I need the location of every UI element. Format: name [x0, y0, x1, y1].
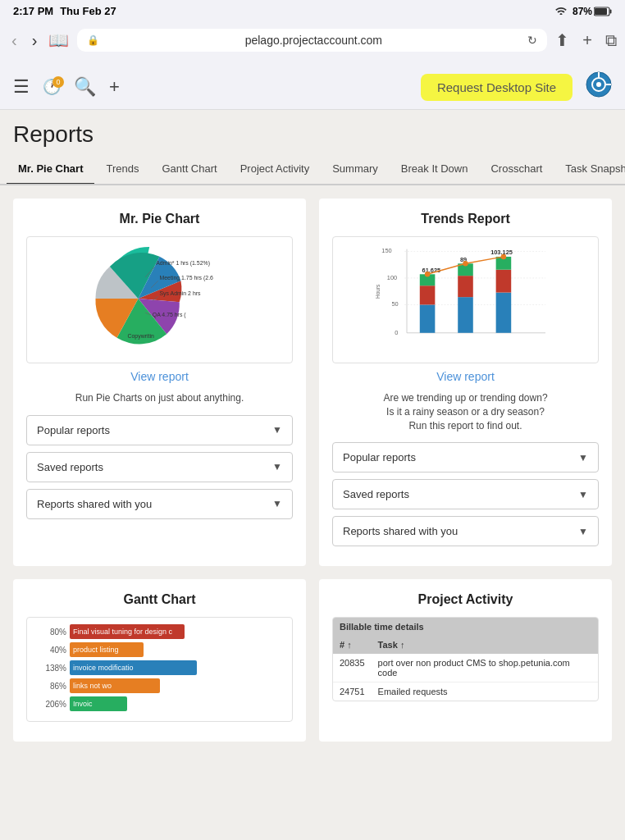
- menu-button[interactable]: ☰: [13, 76, 30, 98]
- pie-popular-reports-dropdown[interactable]: Popular reports ▼: [26, 415, 293, 445]
- svg-point-5: [596, 82, 601, 87]
- table-header: Billable time details: [333, 618, 598, 636]
- gantt-pct-3: 138%: [34, 664, 66, 673]
- svg-text:61.625: 61.625: [422, 267, 441, 274]
- gantt-pct-1: 80%: [34, 628, 66, 637]
- tab-gantt-chart[interactable]: Gantt Chart: [150, 154, 228, 185]
- page-title: Reports: [0, 110, 625, 154]
- gantt-row-1: 80% Final visual tuning for design c: [34, 624, 285, 639]
- row-task-2: Emailed requests: [372, 682, 598, 701]
- svg-text:Hours: Hours: [375, 284, 381, 299]
- tab-navigation: Mr. Pie Chart Trends Gantt Chart Project…: [0, 154, 625, 185]
- battery-icon: 87%: [573, 6, 612, 17]
- dropdown-arrow-icon: ▼: [272, 498, 282, 509]
- svg-rect-32: [458, 276, 473, 297]
- trends-chart-container: 150 100 50 0 Hours 61.625: [332, 236, 599, 363]
- history-button[interactable]: 🕐 0: [43, 78, 61, 96]
- table-row: 20835 port over non product CMS to shop.…: [333, 654, 598, 682]
- gantt-row-4: 86% links not wo: [34, 678, 285, 693]
- activity-table-container: Billable time details # ↑ Task ↑: [332, 617, 599, 701]
- status-icons: 87%: [554, 5, 612, 17]
- share-button[interactable]: ⬆: [555, 30, 569, 50]
- project-activity-card: Project Activity Billable time details #…: [319, 579, 612, 742]
- pie-chart-view-report[interactable]: View report: [26, 370, 293, 383]
- browser-chrome: ‹ › 📖 🔒 pelago.projectaccount.com ↻ ⬆ + …: [0, 22, 625, 65]
- gantt-pct-5: 206%: [34, 700, 66, 709]
- pie-chart-container: Admin* 1 hrs (1.52%) Meeting 1.75 hrs (2…: [26, 236, 293, 363]
- activity-table: Billable time details # ↑ Task ↑: [333, 618, 598, 701]
- trends-saved-reports-dropdown[interactable]: Saved reports ▼: [332, 479, 599, 509]
- tab-trends[interactable]: Trends: [94, 154, 150, 185]
- svg-point-39: [425, 272, 431, 277]
- trends-view-report[interactable]: View report: [332, 370, 599, 383]
- tab-summary[interactable]: Summary: [321, 154, 390, 185]
- tab-crosschart[interactable]: Crosschart: [479, 154, 554, 185]
- svg-rect-36: [496, 270, 512, 293]
- pie-shared-reports-dropdown[interactable]: Reports shared with you ▼: [26, 489, 293, 519]
- tab-project-activity[interactable]: Project Activity: [229, 154, 322, 185]
- status-bar: 2:17 PM Thu Feb 27 87%: [0, 0, 625, 22]
- tabs-button[interactable]: ⧉: [605, 31, 617, 50]
- logo-button[interactable]: [586, 71, 612, 103]
- new-tab-button[interactable]: +: [582, 31, 592, 50]
- gantt-bar-4: links not wo: [70, 678, 160, 693]
- trends-title: Trends Report: [332, 212, 599, 226]
- dropdown-arrow-icon: ▼: [272, 461, 282, 472]
- trends-shared-reports-dropdown[interactable]: Reports shared with you ▼: [332, 516, 599, 546]
- bottom-reports-grid: Gantt Chart 80% Final visual tuning for …: [13, 579, 612, 742]
- svg-rect-1: [610, 9, 612, 13]
- svg-text:Sys Admin 2 hrs: Sys Admin 2 hrs: [160, 290, 202, 297]
- request-desktop-button[interactable]: Request Desktop Site: [421, 74, 573, 101]
- history-badge: 0: [52, 76, 64, 88]
- svg-text:50: 50: [391, 300, 398, 308]
- tab-mr-pie-chart[interactable]: Mr. Pie Chart: [7, 154, 94, 185]
- svg-text:150: 150: [381, 247, 391, 254]
- search-button[interactable]: 🔍: [74, 76, 96, 98]
- trends-desc: Are we trending up or trending down?Is i…: [332, 391, 599, 432]
- gantt-pct-2: 40%: [34, 646, 66, 655]
- date: Thu Feb 27: [60, 5, 116, 17]
- app-toolbar: ☰ 🕐 0 🔍 + Request Desktop Site: [0, 65, 625, 110]
- svg-text:QA 4.75 hrs (: QA 4.75 hrs (: [153, 312, 186, 318]
- svg-rect-28: [420, 285, 436, 304]
- pie-saved-reports-dropdown[interactable]: Saved reports ▼: [26, 452, 293, 482]
- gantt-row-2: 40% product listing: [34, 642, 285, 657]
- url-display: pelago.projectaccount.com: [104, 34, 522, 47]
- svg-rect-27: [420, 304, 436, 332]
- pie-chart-svg: Admin* 1 hrs (1.52%) Meeting 1.75 hrs (2…: [35, 245, 284, 352]
- gantt-bar-1: Final visual tuning for design c: [70, 624, 185, 639]
- address-bar[interactable]: 🔒 pelago.projectaccount.com ↻: [77, 29, 547, 52]
- forward-button[interactable]: ›: [29, 31, 41, 50]
- browser-actions: ⬆ + ⧉: [555, 30, 617, 50]
- wifi-icon: [554, 5, 568, 17]
- gantt-bar-5: Invoic: [70, 696, 127, 711]
- table-row: 24751 Emailed requests: [333, 682, 598, 701]
- bookmarks-button[interactable]: 📖: [48, 30, 69, 50]
- trends-chart-svg: 150 100 50 0 Hours 61.625: [341, 245, 590, 352]
- col-task-header: Task ↑: [372, 636, 598, 654]
- section-divider: [13, 566, 612, 579]
- trends-popular-reports-dropdown[interactable]: Popular reports ▼: [332, 442, 599, 472]
- svg-text:100: 100: [387, 274, 397, 281]
- reports-grid: Mr. Pie Chart: [13, 199, 612, 566]
- gantt-row-5: 206% Invoic: [34, 696, 285, 711]
- gantt-bar-2: product listing: [70, 642, 144, 657]
- back-button[interactable]: ‹: [8, 31, 21, 50]
- gantt-title: Gantt Chart: [26, 592, 293, 607]
- gantt-container: 80% Final visual tuning for design c 40%…: [26, 617, 293, 722]
- gantt-chart-card: Gantt Chart 80% Final visual tuning for …: [13, 579, 306, 742]
- dropdown-arrow-icon: ▼: [578, 489, 588, 500]
- svg-text:Meeting 1.75 hrs (2.6: Meeting 1.75 hrs (2.6: [160, 275, 214, 281]
- reload-icon[interactable]: ↻: [527, 34, 537, 47]
- svg-rect-2: [595, 8, 607, 15]
- add-button[interactable]: +: [109, 76, 120, 98]
- svg-rect-31: [458, 297, 473, 333]
- dropdown-arrow-icon: ▼: [578, 526, 588, 537]
- col-id-header: # ↑: [333, 636, 372, 654]
- dropdown-arrow-icon: ▼: [578, 452, 588, 463]
- svg-point-40: [463, 261, 468, 267]
- svg-rect-35: [496, 293, 512, 333]
- tab-task-snapshot[interactable]: Task Snapshot: [554, 154, 625, 185]
- tab-break-it-down[interactable]: Break It Down: [390, 154, 480, 185]
- time: 2:17 PM: [13, 5, 53, 17]
